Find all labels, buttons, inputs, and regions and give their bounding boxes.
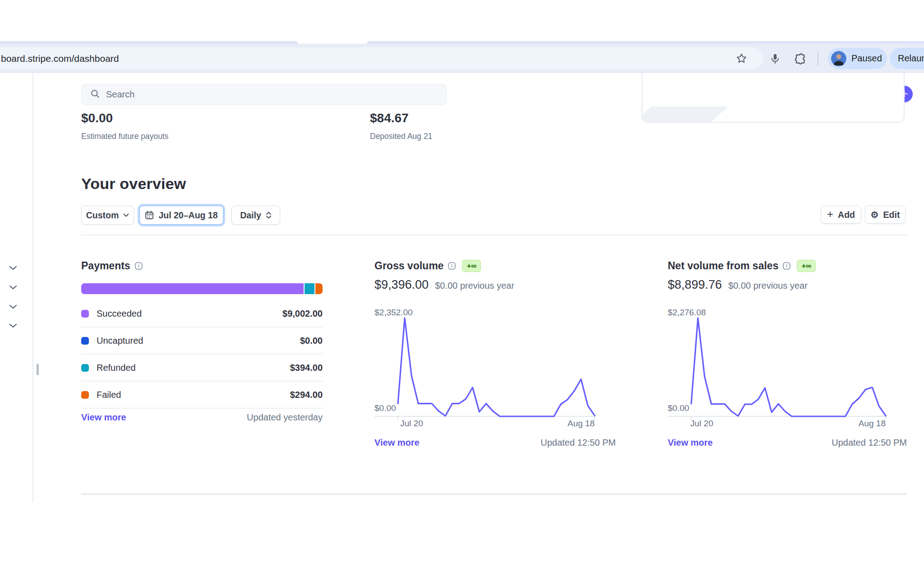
legend-label: Failed (97, 390, 121, 400)
url-text[interactable]: board.stripe.com/dashboard (1, 47, 119, 69)
view-more-link[interactable]: View more (668, 438, 713, 448)
edit-button[interactable]: ⚙ Edit (865, 206, 906, 224)
up-down-chevrons-icon (266, 211, 272, 219)
payments-footer: View more Updated yesterday (81, 407, 323, 428)
gear-icon: ⚙ (871, 210, 879, 219)
legend-value: $394.00 (290, 363, 323, 373)
infinity-growth-badge: +∞ (462, 260, 481, 272)
gross-volume-total: $9,396.00 (374, 278, 429, 292)
view-more-link[interactable]: View more (81, 412, 126, 423)
info-icon[interactable] (783, 262, 790, 270)
succeeded-swatch (81, 310, 89, 318)
legend-value: $294.00 (290, 390, 323, 400)
search-icon (90, 89, 100, 101)
chevron-down-icon[interactable] (9, 303, 17, 307)
section-divider (81, 235, 907, 235)
gross-volume-title-row: Gross volume +∞ (374, 260, 481, 272)
legend-row[interactable]: Refunded $394.00 (81, 355, 323, 382)
gross-volume-title: Gross volume (374, 260, 444, 272)
gross-volume-total-row: $9,396.00 $0.00 previous year (374, 278, 514, 292)
range-preset-label: Custom (86, 210, 119, 221)
paused-label: Paused (851, 53, 882, 64)
browser-tab-strip (0, 0, 924, 44)
view-more-link[interactable]: View more (374, 438, 420, 448)
gross-volume-module: Gross volume +∞ $9,396.00 $0.00 previous… (374, 257, 616, 469)
chevron-down-icon[interactable] (9, 264, 17, 268)
bottom-divider (81, 493, 907, 495)
gross-volume-comparison: $0.00 previous year (435, 281, 514, 291)
x-start-label: Jul 20 (690, 419, 713, 429)
interval-select[interactable]: Daily (231, 206, 280, 225)
refunded-swatch (81, 364, 89, 372)
sidebar-divider (32, 73, 33, 503)
x-end-label: Aug 18 (859, 419, 886, 429)
plus-icon: + (827, 209, 833, 220)
deposited-caption: Deposited Aug 21 (370, 132, 432, 141)
chevron-down-icon[interactable] (9, 322, 17, 326)
payments-legend: Succeeded $9,002.00 Uncaptured $0.00 Ref… (81, 300, 323, 409)
chevron-down-icon (123, 213, 129, 217)
infinity-growth-badge: +∞ (797, 260, 816, 272)
relaunch-button[interactable]: Relaunc (890, 48, 924, 69)
url-bar[interactable]: board.stripe.com/dashboard (0, 47, 763, 69)
legend-row[interactable]: Uncaptured $0.00 (81, 327, 323, 355)
net-volume-line-chart[interactable] (668, 316, 907, 422)
net-volume-module: Net volume from sales +∞ $8,899.76 $0.00… (668, 257, 907, 469)
gross-volume-footer: View more Updated 12:50 PM (374, 436, 616, 449)
info-icon[interactable] (448, 262, 456, 270)
toolbar-separator (818, 51, 818, 65)
gross-volume-line-chart[interactable] (374, 316, 616, 422)
page-title: Your overview (81, 175, 186, 193)
edit-label: Edit (883, 210, 900, 220)
net-volume-comparison: $0.00 previous year (728, 281, 808, 291)
net-volume-total: $8,899.76 (668, 278, 722, 292)
updated-label: Updated 12:50 PM (541, 438, 616, 448)
extensions-puzzle-icon[interactable] (794, 52, 806, 65)
bar-segment-succeeded (81, 283, 304, 294)
add-label: Add (838, 210, 855, 220)
y-zero-label: $0.00 (668, 403, 689, 413)
x-start-label: Jul 20 (400, 419, 423, 429)
deposited-amount: $84.67 (370, 111, 409, 125)
search-input[interactable] (105, 89, 378, 100)
x-end-label: Aug 18 (568, 419, 595, 429)
legend-row[interactable]: Failed $294.00 (81, 382, 323, 409)
interval-label: Daily (240, 210, 261, 221)
skeleton-shimmer (642, 106, 728, 123)
range-preset-dropdown[interactable]: Custom (81, 206, 134, 225)
add-button[interactable]: + Add (821, 206, 861, 224)
legend-value: $9,002.00 (282, 309, 323, 319)
avatar (831, 51, 846, 66)
relaunch-label: Relaunc (898, 53, 924, 64)
payments-title: Payments (81, 260, 130, 272)
search-bar[interactable] (81, 84, 447, 105)
payments-stacked-bar (81, 283, 323, 294)
net-volume-footer: View more Updated 12:50 PM (668, 436, 907, 449)
calendar-icon (145, 211, 154, 220)
y-zero-label: $0.00 (374, 403, 396, 413)
bar-segment-failed (315, 283, 323, 294)
net-volume-total-row: $8,899.76 $0.00 previous year (668, 278, 808, 292)
net-volume-title-row: Net volume from sales +∞ (668, 260, 816, 272)
screen: board.stripe.com/dashboard (0, 0, 924, 581)
microphone-icon[interactable] (769, 53, 781, 65)
scroll-handle[interactable] (37, 364, 39, 375)
date-range-picker[interactable]: Jul 20–Aug 18 (139, 206, 223, 225)
legend-value: $0.00 (300, 336, 323, 346)
browser-toolbar: board.stripe.com/dashboard (0, 44, 924, 73)
payments-title-row: Payments (81, 260, 143, 272)
legend-label: Succeeded (97, 309, 142, 319)
bookmark-star-icon[interactable] (735, 52, 748, 66)
payments-module: Payments Succeeded $9,002.00 Uncaptured … (81, 257, 323, 469)
info-icon[interactable] (135, 262, 143, 270)
legend-row[interactable]: Succeeded $9,002.00 (81, 300, 323, 327)
future-payout-caption: Estimated future payouts (81, 132, 169, 141)
bar-segment-refunded (305, 283, 314, 294)
updated-label: Updated 12:50 PM (832, 438, 907, 448)
legend-label: Uncaptured (97, 336, 143, 346)
date-range-label: Jul 20–Aug 18 (158, 210, 217, 221)
uncaptured-swatch (81, 337, 89, 345)
chevron-down-icon[interactable] (9, 283, 17, 288)
profile-paused-button[interactable]: Paused (828, 48, 887, 69)
net-volume-title: Net volume from sales (668, 260, 778, 272)
